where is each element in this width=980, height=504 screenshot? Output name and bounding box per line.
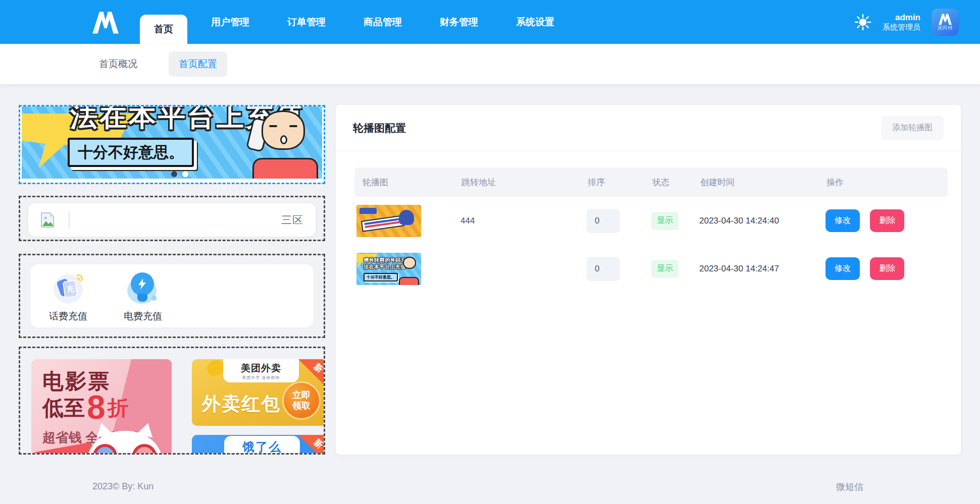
movie-big-number: 8 — [87, 393, 106, 422]
electric-recharge-icon — [126, 272, 160, 306]
banner-image: 法在本平台上充值 十分不好意思。 — [22, 106, 322, 179]
tab-finance[interactable]: 财务管理 — [426, 0, 492, 44]
promo-grid: 电影票 低至 8 折 超省钱 全国通用 — [29, 358, 315, 455]
broken-image-icon — [40, 212, 55, 228]
promo-movie-ticket[interactable]: 电影票 低至 8 折 超省钱 全国通用 — [31, 359, 172, 455]
quick-action-electric-recharge[interactable]: 电费充值 — [120, 272, 166, 327]
tab-products[interactable]: 商品管理 — [349, 0, 416, 44]
thumb-text-line: 法在本平台上充值 — [364, 263, 406, 270]
thumb-caption: 十分不好意思。 — [364, 273, 398, 282]
eleme-brand: 饿了么 — [242, 439, 282, 455]
table-header-row: 轮播图 跳转地址 排序 状态 创建时间 操作 — [354, 167, 948, 197]
carousel-config-panel: 轮播图配置 添加轮播图 轮播图 跳转地址 排序 状态 创建时间 操作 — [336, 105, 961, 455]
admin-app: 首页 用户管理 订单管理 商品管理 财务管理 系统设置 admin 系统管理员 — [0, 0, 980, 504]
meituan-brand: 美团外卖 — [241, 362, 281, 375]
carousel-dot[interactable] — [182, 171, 188, 177]
row-link: 444 — [460, 216, 587, 226]
subnav-item-config[interactable]: 首页配置 — [169, 51, 227, 77]
footer: 2023© By: Kun 微短信 — [0, 469, 980, 504]
movie-discount-line: 低至 8 折 — [42, 393, 129, 422]
subnav-item-overview[interactable]: 首页概况 — [99, 51, 137, 77]
cat-graphic — [87, 431, 163, 455]
preview-quick-actions-section[interactable]: 充 话费充值 电费充值 — [19, 254, 325, 338]
sub-navbar: 首页概况 首页配置 — [0, 44, 980, 84]
panel-title: 轮播图配置 — [353, 121, 406, 135]
col-header-link: 跳转地址 — [460, 177, 587, 188]
cta-line1: 立即 — [292, 390, 311, 401]
promo-eleme[interactable]: 饿了么 新 — [192, 435, 325, 455]
quick-action-label: 话费充值 — [49, 310, 87, 323]
carousel-dots[interactable] — [171, 171, 188, 177]
delete-button[interactable]: 删除 — [870, 257, 904, 280]
avatar-logo-icon — [937, 13, 954, 26]
footer-link[interactable]: 微短信 — [836, 481, 863, 493]
quick-actions-card: 充 话费充值 电费充值 — [30, 264, 314, 327]
search-divider — [69, 212, 70, 228]
movie-suffix: 折 — [108, 394, 129, 422]
carousel-thumbnail — [356, 205, 421, 237]
preview-banner-section[interactable]: 法在本平台上充值 十分不好意思。 — [19, 105, 325, 184]
promo-meituan[interactable]: 美团外卖 美团外卖 送啥都快 外卖红包 立即 领取 新 — [192, 359, 325, 426]
eleme-logo: 饿了么 — [224, 436, 300, 455]
brand-logo-icon — [90, 8, 121, 36]
quick-action-phone-recharge[interactable]: 充 话费充值 — [45, 272, 91, 327]
avatar[interactable]: 沃闪付 — [932, 9, 959, 36]
navbar-right: admin 系统管理员 沃闪付 — [854, 0, 959, 44]
col-header-image: 轮播图 — [354, 177, 460, 188]
created-time: 2023-04-30 14:24:40 — [699, 216, 826, 226]
sort-value[interactable]: 0 — [587, 209, 620, 233]
carousel-dot-active[interactable] — [171, 171, 177, 177]
status-badge: 显示 — [651, 212, 679, 230]
meituan-brand-sub: 美团外卖 送啥都快 — [242, 375, 280, 380]
carousel-thumbnail: 携号转网的号码无 法在本平台上充值 十分不好意思。 — [356, 253, 421, 285]
col-header-actions: 操作 — [826, 177, 948, 188]
preview-search-section[interactable]: 三区 — [19, 196, 325, 241]
col-header-status: 状态 — [651, 177, 699, 188]
banner-character — [233, 109, 319, 179]
col-header-created: 创建时间 — [699, 177, 826, 188]
banner-caption-box: 十分不好意思。 — [68, 138, 194, 167]
table-row: 携号转网的号码无 法在本平台上充值 十分不好意思。 0 显示 2023-04-3… — [354, 245, 948, 293]
theme-toggle-sun-icon[interactable] — [854, 14, 871, 31]
tab-users[interactable]: 用户管理 — [197, 0, 264, 44]
phone-recharge-icon: 充 — [51, 272, 85, 306]
main-nav: 首页 用户管理 订单管理 商品管理 财务管理 系统设置 — [140, 0, 578, 44]
sort-value[interactable]: 0 — [587, 257, 620, 281]
thumb-text-line: 携号转网的号码无 — [364, 257, 406, 264]
user-info[interactable]: admin 系统管理员 — [883, 12, 920, 32]
homepage-preview: 法在本平台上充值 十分不好意思。 — [19, 105, 325, 455]
quick-action-label: 电费充值 — [124, 310, 162, 323]
footer-copyright: 2023© By: Kun — [92, 481, 153, 492]
top-navbar: 首页 用户管理 订单管理 商品管理 财务管理 系统设置 admin 系统管理员 — [0, 0, 980, 44]
col-header-sort: 排序 — [587, 177, 651, 188]
user-name: admin — [883, 12, 920, 23]
edit-button[interactable]: 修改 — [826, 257, 860, 280]
meituan-logo: 美团外卖 美团外卖 送啥都快 — [223, 359, 299, 382]
edit-button[interactable]: 修改 — [826, 209, 860, 232]
movie-prefix: 低至 — [42, 394, 85, 422]
tab-orders[interactable]: 订单管理 — [273, 0, 340, 44]
table-row: 444 0 显示 2023-04-30 14:24:40 修改 删除 — [354, 197, 948, 245]
add-carousel-button[interactable]: 添加轮播图 — [881, 116, 944, 140]
tab-home[interactable]: 首页 — [140, 15, 187, 44]
preview-promo-section[interactable]: 电影票 低至 8 折 超省钱 全国通用 — [19, 347, 325, 455]
panel-header: 轮播图配置 添加轮播图 — [336, 105, 961, 151]
status-badge: 显示 — [651, 260, 679, 278]
user-role: 系统管理员 — [883, 23, 920, 32]
search-right-label: 三区 — [281, 213, 303, 227]
meituan-title: 外卖红包 — [202, 391, 281, 417]
cta-line2: 领取 — [292, 401, 311, 411]
delete-button[interactable]: 删除 — [870, 209, 904, 232]
carousel-table: 轮播图 跳转地址 排序 状态 创建时间 操作 444 0 显示 — [354, 167, 948, 293]
created-time: 2023-04-30 14:24:47 — [699, 264, 826, 274]
search-bar[interactable]: 三区 — [28, 203, 316, 237]
avatar-label: 沃闪付 — [938, 25, 953, 31]
tab-settings[interactable]: 系统设置 — [502, 0, 569, 44]
